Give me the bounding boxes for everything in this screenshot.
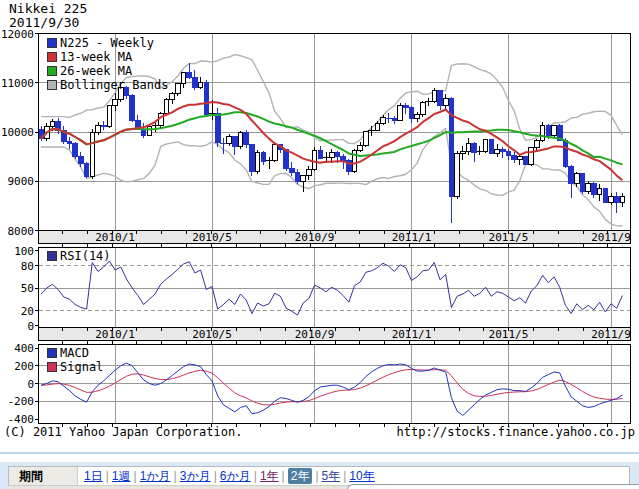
svg-text:2011/9: 2011/9 — [591, 328, 631, 341]
svg-text:0: 0 — [27, 378, 34, 391]
period-1y[interactable]: 1年 — [260, 469, 279, 483]
divider-rule — [0, 452, 639, 454]
period-label: 期間 — [9, 467, 78, 485]
separator: | — [106, 469, 109, 483]
legend-swatch — [47, 251, 56, 260]
period-2y[interactable]: 2年 — [288, 468, 313, 484]
svg-text:12000: 12000 — [1, 28, 34, 41]
svg-text:2011/5: 2011/5 — [489, 328, 529, 341]
svg-text:0: 0 — [27, 320, 34, 333]
separator: | — [343, 469, 346, 483]
svg-text:2011/5: 2011/5 — [489, 231, 529, 244]
macd-line — [41, 363, 622, 415]
period-box: 期間 1日|1週|1か月|3か月|6か月|1年|2年|5年|10年 — [8, 466, 630, 486]
legend-label: 26-week MA — [60, 64, 133, 78]
svg-text:100: 100 — [14, 245, 34, 258]
nikkei-225-chart: 2010/12010/52010/92011/12011/52011/98000… — [0, 0, 639, 427]
legend-swatch — [47, 38, 56, 47]
legend-label: Signal — [60, 360, 103, 374]
legend-label: 13-week MA — [60, 50, 133, 64]
separator: | — [134, 469, 137, 483]
legend-swatch — [47, 80, 56, 89]
copyright-text: (C) 2011 Yahoo Japan Corporation. — [4, 425, 242, 439]
svg-text:11000: 11000 — [1, 77, 34, 90]
separator: | — [254, 469, 257, 483]
svg-text:9000: 9000 — [8, 175, 35, 188]
legend-swatch — [47, 52, 56, 61]
macd-pane: -400-2000200400MACDSignal — [8, 342, 631, 427]
period-1mo[interactable]: 1か月 — [140, 469, 171, 483]
svg-text:2011/1: 2011/1 — [392, 231, 432, 244]
svg-text:50: 50 — [21, 282, 34, 295]
legend-swatch — [47, 362, 56, 371]
partial-row-below — [8, 485, 346, 489]
period-panel: 期間 1日|1週|1か月|3か月|6か月|1年|2年|5年|10年 — [0, 462, 639, 489]
period-10y[interactable]: 10年 — [349, 469, 374, 483]
separator: | — [214, 469, 217, 483]
svg-text:2010/9: 2010/9 — [295, 328, 335, 341]
site-url: http://stocks.finance.yahoo.co.jp — [397, 425, 635, 439]
period-6mo[interactable]: 6か月 — [220, 469, 251, 483]
period-1d[interactable]: 1日 — [84, 469, 103, 483]
svg-text:20: 20 — [21, 305, 34, 318]
svg-text:-200: -200 — [8, 395, 35, 408]
legend-swatch — [47, 348, 56, 357]
svg-text:2010/1: 2010/1 — [95, 231, 135, 244]
separator: | — [174, 469, 177, 483]
legend-label: N225 - Weekly — [60, 36, 154, 50]
svg-text:8000: 8000 — [8, 225, 35, 238]
period-3mo[interactable]: 3か月 — [180, 469, 211, 483]
legend-label: MACD — [60, 346, 89, 360]
rsi-pane: 2010/12010/52010/92011/12011/52011/90205… — [14, 245, 631, 344]
svg-text:400: 400 — [14, 342, 34, 355]
svg-text:2010/1: 2010/1 — [95, 328, 135, 341]
separator: | — [282, 469, 285, 483]
svg-text:2010/5: 2010/5 — [192, 231, 232, 244]
svg-text:2011/1: 2011/1 — [392, 328, 432, 341]
legend-label: Bollinger Bands — [60, 78, 168, 92]
separator: | — [315, 469, 318, 483]
svg-text:2011/9: 2011/9 — [591, 231, 631, 244]
legend-swatch — [47, 66, 56, 75]
period-5y[interactable]: 5年 — [322, 469, 341, 483]
period-links: 1日|1週|1か月|3か月|6か月|1年|2年|5年|10年 — [78, 467, 629, 485]
svg-text:200: 200 — [14, 360, 34, 373]
partial-popup-corner — [347, 484, 639, 489]
signal-line — [41, 369, 622, 405]
svg-text:2010/5: 2010/5 — [192, 328, 232, 341]
legend-label: RSI(14) — [60, 249, 111, 263]
period-1w[interactable]: 1週 — [112, 469, 131, 483]
stock-chart-page: Nikkei 225 2011/9/30 2010/12010/52010/92… — [0, 0, 639, 489]
svg-text:80: 80 — [21, 260, 34, 273]
main-price-pane: 2010/12010/52010/92011/12011/52011/98000… — [1, 28, 631, 247]
svg-text:10000: 10000 — [1, 126, 34, 139]
svg-text:2010/9: 2010/9 — [295, 231, 335, 244]
